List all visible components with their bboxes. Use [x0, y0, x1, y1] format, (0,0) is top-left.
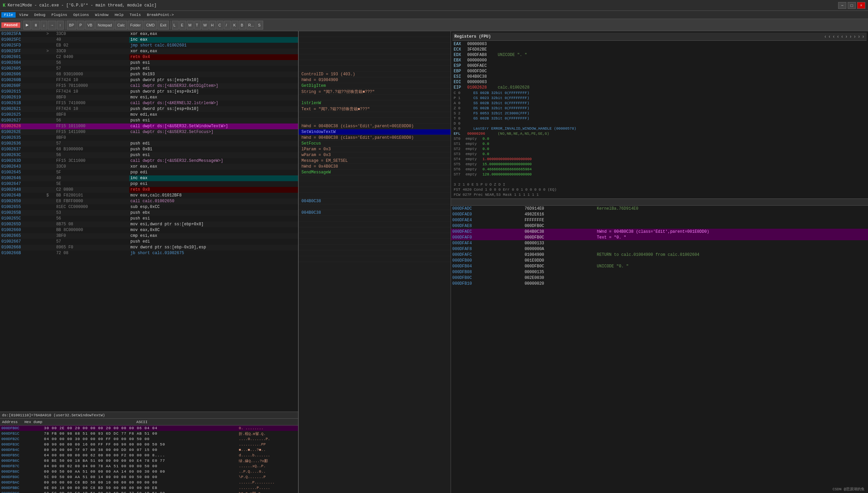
k-button[interactable]: K: [232, 21, 238, 30]
memory-row[interactable]: 000DFBBC 0E 00 18 00 00 00 C8 BD 50 00 0…: [0, 485, 298, 491]
memory-row[interactable]: 000DFB9C 5C 00 50 00 AA 51 00 14 00 00 0…: [0, 474, 298, 480]
menu-debug[interactable]: Debug: [32, 12, 48, 18]
disasm-row[interactable]: 0100263D FF15 3C11000 call dwptr ds:[<&U…: [0, 158, 298, 164]
disasm-row[interactable]: 01002655 81EC CC000000 sub esp,0xCC: [0, 204, 298, 210]
menu-help[interactable]: Help: [112, 12, 126, 18]
disasm-row[interactable]: 01002648 C2 0800 retn 0x8: [0, 187, 298, 193]
menu-plugins[interactable]: Plugins: [49, 12, 70, 18]
r-button[interactable]: R...: [246, 21, 256, 30]
p-button[interactable]: P: [77, 21, 84, 30]
reg-nav-right2[interactable]: ›: [849, 34, 852, 39]
disasm-row[interactable]: 0100265B 53 push ebx: [0, 210, 298, 216]
disasm-row[interactable]: 0100263C 56 push esi: [0, 152, 298, 158]
stack-row[interactable]: 000DFB08 00000135: [451, 269, 868, 275]
s-button[interactable]: S: [256, 21, 263, 30]
disasm-row[interactable]: 01002SFC 40 inc eax: [0, 37, 298, 43]
disasm-row[interactable]: 01002615 FF7424 10 push dword ptr ss:[es…: [0, 89, 298, 95]
calc-button[interactable]: Calc: [115, 21, 127, 30]
step-into-button[interactable]: ↓: [41, 21, 47, 30]
stack-row[interactable]: 000DFB0C 002E0030: [451, 275, 868, 281]
disasm-row[interactable]: 01002SFA > 33C0 xor eax,eax: [0, 31, 298, 37]
close-button[interactable]: ×: [857, 2, 865, 9]
disasm-row[interactable]: 0100264B $ BB F8280101 mov eax,calc.0101…: [0, 193, 298, 198]
e-button[interactable]: E: [179, 21, 186, 30]
disasm-row[interactable]: 01002604 56 push esi: [0, 60, 298, 66]
stack-row[interactable]: 000DFAF8 0000000A: [451, 246, 868, 252]
memory-row[interactable]: 000DFB5C 64 00 00 00 00 00 62 00 00 00 F…: [0, 453, 298, 458]
run-button[interactable]: ▶: [23, 21, 31, 30]
menu-breakpoint[interactable]: BreakPoint->: [144, 12, 176, 18]
disasm-row[interactable]: 01002601 C2 0400 retn 0x4: [0, 54, 298, 60]
disasm-row[interactable]: 0100261B FF15 7410000 call dwptr ds:[<&K…: [0, 100, 298, 106]
disasm-row[interactable]: 01002668 8965 F0 mov dword ptr ss:[ebp-0…: [0, 245, 298, 250]
stack-row[interactable]: 000DFAE0 4982E616: [451, 211, 868, 217]
memory-row[interactable]: 000DFB2C 04 00 00 00 30 00 00 00 FF 00 0…: [0, 436, 298, 442]
stack-row[interactable]: 000DFAF4 00000133: [451, 240, 868, 246]
disasm-row[interactable]: 01002637 68 B1000000 push 0xB1: [0, 147, 298, 152]
h-button[interactable]: H: [209, 21, 216, 30]
memory-row[interactable]: 000DFB8C 00 00 50 00 AA 51 00 00 00 AA 1…: [0, 469, 298, 474]
menu-options[interactable]: Options: [71, 12, 92, 18]
disasm-row[interactable]: 01002627 56 push esi: [0, 118, 298, 124]
step-over-button[interactable]: →: [48, 21, 56, 30]
reg-nav-right4[interactable]: ›: [857, 34, 860, 39]
disasm-row[interactable]: 01002660 BB 8C000000 mov eax,0x8C: [0, 227, 298, 233]
stack-row[interactable]: 000DFB04 000DFB0C UNICODE "0. ": [451, 263, 868, 269]
reg-nav-left3[interactable]: ‹: [832, 34, 835, 39]
menu-view[interactable]: View: [16, 12, 31, 18]
reg-nav-right3[interactable]: ›: [853, 34, 856, 39]
step-out-button[interactable]: ↑: [57, 21, 64, 30]
stack-row[interactable]: 000DFAF0 000DFB0C Text = "0. ": [451, 234, 868, 240]
stack-row[interactable]: 000DFAFC 01004900 RETURN to calc.0100490…: [451, 252, 868, 258]
bp-button[interactable]: BP: [67, 21, 77, 30]
memory-row[interactable]: 000DFB6C 08 BE 50 00 18 BA 51 00 00 00 0…: [0, 458, 298, 463]
disasm-row[interactable]: 0100265D 8B75 08 mov esi,dword ptr ss:[e…: [0, 222, 298, 227]
disasm-row[interactable]: 01002625 8BF8 mov edi,eax: [0, 112, 298, 118]
reg-nav-left2[interactable]: ‹: [828, 34, 831, 39]
memory-row[interactable]: 000DFB3C 00 90 00 00 00 16 00 FF FF 00 9…: [0, 442, 298, 447]
disasm-row[interactable]: 0100262E FF15 1411000 call dwptr ds:[<&U…: [0, 129, 298, 135]
m-button[interactable]: M: [187, 21, 194, 30]
disasm-row[interactable]: 01002650 E8 FBFF0000 call calc.01002650: [0, 198, 298, 204]
disasm-row[interactable]: 0100260B FF7424 10 push dword ptr ss:[es…: [0, 77, 298, 83]
memory-row[interactable]: 000DFB0C 30 00 2E 00 20 00 00 00 20 00 0…: [0, 425, 298, 431]
cmd-button[interactable]: CMD: [144, 21, 157, 30]
disasm-row[interactable]: 01002605 57 push edi: [0, 66, 298, 72]
t-button[interactable]: T: [194, 21, 201, 30]
reg-nav-left4[interactable]: ‹: [836, 34, 839, 39]
w-button[interactable]: W: [202, 21, 209, 30]
disasm-row[interactable]: 01002646 40 inc eax: [0, 175, 298, 181]
exit-button[interactable]: Exit: [158, 21, 169, 30]
notepad-button[interactable]: Notepad: [95, 21, 114, 30]
stack-row[interactable]: 000DFAE8 000DFB0C: [451, 223, 868, 229]
folder-button[interactable]: Folder: [128, 21, 143, 30]
maximize-button[interactable]: □: [848, 2, 856, 9]
disasm-row[interactable]: 01002647 5E pop esi: [0, 181, 298, 187]
disasm-row[interactable]: 01002SFD EB 02 jmp short calc.01002601: [0, 43, 298, 49]
stack-row[interactable]: 000DFAE4 FFFFFFFE: [451, 217, 868, 223]
disasm-row[interactable]: 01002667 57 push edi: [0, 239, 298, 245]
disasm-row[interactable]: 01002621 FF7424 10 push dword ptr ss:[es…: [0, 106, 298, 112]
memory-row[interactable]: 000DFBAC 00 00 00 00 C8 BD 50 00 10 00 0…: [0, 480, 298, 485]
disasm-row[interactable]: 0100266B 72 08 jb short calc.01002675: [0, 250, 298, 256]
disasm-row[interactable]: 0100265C 56 push esi: [0, 216, 298, 222]
minimize-button[interactable]: −: [838, 2, 846, 9]
memory-row[interactable]: 000DFB7C 04 00 00 02 00 04 00 78 AA 51 0…: [0, 463, 298, 469]
disasm-row[interactable]: 01002SFF > 33C0 xor eax,eax: [0, 49, 298, 54]
reg-nav-left5[interactable]: ‹: [841, 34, 844, 39]
memory-row[interactable]: 000DFB4C 80 00 00 00 7F 07 00 38 00 00 D…: [0, 447, 298, 453]
disasm-row[interactable]: 01002628 FF15 1011000 call dwptr ds:[<&U…: [0, 124, 298, 129]
pause-button[interactable]: ⏸: [32, 21, 40, 30]
slash-button[interactable]: /: [224, 21, 231, 30]
stack-row[interactable]: 000DFB00 001E0DD0: [451, 258, 868, 263]
vb-button[interactable]: VB: [85, 21, 95, 30]
stack-row[interactable]: 000DFADC 76D914E0 KernelBa.76D914E0: [451, 206, 868, 211]
disasm-row[interactable]: 01002635 8BF0: [0, 135, 298, 141]
disassembly-area[interactable]: 01002SFA > 33C0 xor eax,eax 01002SFC 40 …: [0, 31, 298, 412]
reg-nav-left[interactable]: ‹: [824, 34, 827, 39]
menu-window[interactable]: Window: [92, 12, 111, 18]
l-button[interactable]: L: [172, 21, 179, 30]
disasm-row[interactable]: 01002645 5F pop edi: [0, 170, 298, 175]
memory-area[interactable]: Address Hex dump ASCII 000DFB0C 30 00 2E…: [0, 418, 298, 493]
disasm-row[interactable]: 01002619 8BF0 mov esi,eax: [0, 95, 298, 100]
